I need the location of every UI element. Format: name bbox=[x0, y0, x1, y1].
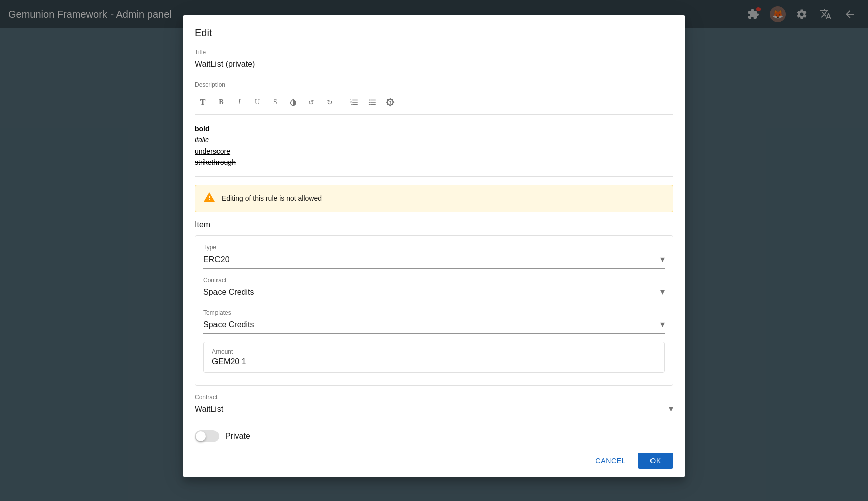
dialog-title: Edit bbox=[195, 27, 673, 39]
ok-button[interactable]: OK bbox=[638, 453, 673, 469]
item-section: Type ERC20 ▾ Contract Space Credits ▾ bbox=[195, 235, 673, 386]
description-label: Description bbox=[195, 81, 673, 88]
contract-label: Contract bbox=[203, 277, 665, 284]
title-input[interactable] bbox=[195, 58, 673, 73]
rte-strikethrough-btn[interactable]: S bbox=[267, 94, 283, 110]
amount-value: GEM20 1 bbox=[212, 357, 246, 366]
description-field: Description T B I U S ↺ ↻ bbox=[195, 81, 673, 177]
type-value: ERC20 bbox=[203, 255, 230, 264]
edit-dialog: Edit Title Description T B I U S bbox=[183, 15, 685, 477]
templates-select[interactable]: Space Credits bbox=[203, 318, 665, 334]
contract2-value: WaitList bbox=[195, 405, 223, 414]
modal-overlay: Edit Title Description T B I U S bbox=[0, 0, 868, 501]
rte-text-btn[interactable]: T bbox=[195, 94, 211, 110]
rte-italic-text: italic bbox=[195, 134, 673, 145]
item-section-label: Item bbox=[195, 220, 673, 229]
private-label: Private bbox=[225, 432, 250, 441]
contract-select[interactable]: Space Credits bbox=[203, 286, 665, 301]
contract2-label: Contract bbox=[195, 394, 673, 401]
amount-label: Amount bbox=[212, 348, 656, 355]
dialog-actions: CANCEL OK bbox=[183, 445, 685, 477]
rte-clear-format-btn[interactable] bbox=[382, 94, 398, 110]
rte-italic-btn[interactable]: I bbox=[231, 94, 247, 110]
warning-text: Editing of this rule is not allowed bbox=[222, 194, 322, 202]
rte-unordered-list-btn[interactable] bbox=[364, 94, 380, 110]
contract-value: Space Credits bbox=[203, 288, 254, 297]
amount-box: Amount GEM20 1 bbox=[203, 342, 665, 373]
private-toggle-row: Private bbox=[195, 426, 673, 446]
contract2-select[interactable]: WaitList bbox=[195, 403, 673, 418]
title-field: Title bbox=[195, 49, 673, 73]
rte-underline-btn[interactable]: U bbox=[249, 94, 265, 110]
warning-banner: Editing of this rule is not allowed bbox=[195, 185, 673, 212]
rte-strike-text: strikethrough bbox=[195, 157, 673, 168]
rte-separator bbox=[342, 96, 342, 108]
toggle-thumb bbox=[196, 431, 206, 441]
rte-undo-btn[interactable]: ↺ bbox=[303, 94, 319, 110]
dialog-content: Edit Title Description T B I U S bbox=[183, 15, 685, 446]
cancel-button[interactable]: CANCEL bbox=[587, 453, 634, 469]
templates-value: Space Credits bbox=[203, 320, 254, 329]
rte-ordered-list-btn[interactable] bbox=[346, 94, 362, 110]
rte-content-area[interactable]: bold italic underscore strikethrough bbox=[195, 119, 673, 172]
title-label: Title bbox=[195, 49, 673, 56]
type-select[interactable]: ERC20 bbox=[203, 253, 665, 269]
private-toggle[interactable] bbox=[195, 430, 219, 442]
contract2-select-field: Contract WaitList ▾ bbox=[195, 394, 673, 418]
type-label: Type bbox=[203, 244, 665, 251]
rte-highlight-btn[interactable] bbox=[285, 94, 301, 110]
rte-redo-btn[interactable]: ↻ bbox=[321, 94, 338, 110]
contract-select-field: Contract Space Credits ▾ bbox=[203, 277, 665, 301]
rte-bold-text: bold bbox=[195, 123, 673, 134]
rte-bold-btn[interactable]: B bbox=[213, 94, 229, 110]
rte-toolbar: T B I U S ↺ ↻ bbox=[195, 90, 673, 115]
warning-icon bbox=[203, 191, 215, 206]
rte-underline-text: underscore bbox=[195, 146, 673, 157]
templates-label: Templates bbox=[203, 309, 665, 316]
type-select-field: Type ERC20 ▾ bbox=[203, 244, 665, 269]
templates-select-field: Templates Space Credits ▾ bbox=[203, 309, 665, 334]
description-divider bbox=[195, 176, 673, 177]
